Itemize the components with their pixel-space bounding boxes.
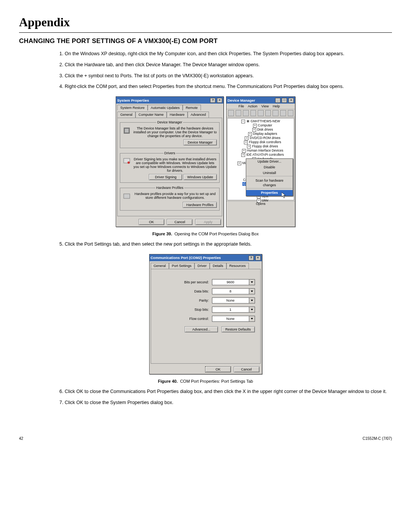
cancel-button[interactable]: Cancel: [167, 219, 193, 225]
com-port-properties-window: Communications Port (COM2) Properties ? …: [149, 254, 262, 374]
tree-node[interactable]: IDE ATA/ATAPI controllers: [246, 153, 284, 157]
drivers-group: Drivers Driver Signing lets you make sur…: [120, 151, 220, 183]
tab-general[interactable]: General: [151, 263, 169, 269]
step-7: Click OK to close the System Properties …: [65, 399, 392, 406]
tab-system-restore[interactable]: System Restore: [117, 105, 148, 110]
tab-resources[interactable]: Resources: [226, 263, 249, 269]
minimize-icon[interactable]: _: [275, 98, 280, 103]
flow-label: Flow control:: [156, 317, 212, 321]
cancel-button[interactable]: Cancel: [234, 366, 260, 372]
view-icon[interactable]: [243, 110, 249, 116]
certificate-icon: [123, 157, 131, 166]
close-icon[interactable]: ×: [255, 256, 261, 260]
close-icon[interactable]: ×: [217, 98, 222, 103]
tab-hardware[interactable]: Hardware: [167, 112, 188, 118]
hardware-profiles-button[interactable]: Hardware Profiles: [183, 202, 217, 208]
ok-button[interactable]: OK: [139, 219, 164, 225]
chip-icon: [123, 126, 131, 135]
menu-action[interactable]: Action: [248, 104, 257, 108]
chevron-down-icon[interactable]: [249, 279, 255, 285]
tree-node[interactable]: Human Interface Devices: [247, 149, 283, 152]
step-5: Click the Port Settings tab, and then se…: [57, 241, 392, 248]
tree-node[interactable]: Floppy disk controllers: [249, 140, 281, 144]
devmgr-menubar: File Action View Help: [226, 104, 295, 109]
parity-label: Parity:: [156, 299, 212, 302]
hardware-profiles-legend: Hardware Profiles: [155, 186, 184, 190]
tab-advanced[interactable]: Advanced: [188, 112, 209, 118]
figure-1-caption: Figure 39. Opening the COM Port Properti…: [19, 232, 392, 236]
close-icon[interactable]: ×: [288, 98, 294, 103]
chevron-down-icon[interactable]: [249, 288, 255, 294]
ok-button[interactable]: OK: [205, 366, 231, 372]
device-manager-button[interactable]: Device Manager: [183, 139, 217, 145]
back-icon[interactable]: [228, 110, 234, 116]
ctx-disable[interactable]: Disable: [246, 165, 293, 170]
svg-rect-4: [124, 194, 130, 198]
help-icon[interactable]: ?: [249, 256, 254, 260]
tab-port-settings[interactable]: Port Settings: [169, 263, 195, 269]
maximize-icon[interactable]: □: [282, 98, 287, 103]
tab-general[interactable]: General: [117, 112, 135, 118]
hardware-profiles-group: Hardware Profiles Hardware profiles prov…: [120, 186, 220, 211]
tree-node[interactable]: Display adapters: [253, 132, 277, 136]
svg-marker-5: [282, 192, 285, 198]
device-manager-window: Device Manager _ □ × File Action View He…: [226, 96, 295, 227]
chevron-down-icon[interactable]: [249, 297, 255, 304]
remove-icon[interactable]: [288, 110, 294, 116]
parity-combo[interactable]: None: [212, 297, 255, 304]
tree-node[interactable]: Univ: [262, 198, 268, 202]
sysprop-title: System Properties: [117, 98, 149, 102]
ctx-uninstall[interactable]: Uninstall: [246, 170, 293, 176]
tree-root[interactable]: GMATTHEWS-NEW: [251, 119, 280, 123]
print-icon[interactable]: [258, 110, 264, 116]
stopbits-label: Stop bits:: [156, 308, 212, 312]
properties-icon[interactable]: [250, 110, 256, 116]
windows-update-button[interactable]: Windows Update: [183, 174, 217, 180]
help-icon[interactable]: ?: [210, 98, 215, 103]
driver-signing-button[interactable]: Driver Signing: [149, 174, 182, 180]
apply-button[interactable]: Apply: [195, 219, 221, 225]
devmgr-toolbar: [226, 109, 295, 117]
tree-node[interactable]: Floppy disk drives: [252, 144, 278, 148]
tab-remote[interactable]: Remote: [183, 105, 201, 110]
databits-combo[interactable]: 8: [212, 288, 255, 294]
tab-driver[interactable]: Driver: [194, 263, 210, 269]
stopbits-combo[interactable]: 1: [212, 307, 255, 313]
doc-number: C1552M-C (7/07): [363, 436, 392, 441]
tree-node[interactable]: DVD/CD-ROM drives: [250, 136, 280, 140]
menu-file[interactable]: File: [239, 104, 244, 108]
flow-combo[interactable]: None: [212, 316, 255, 322]
tree-node[interactable]: Computer: [258, 123, 272, 127]
bps-label: Bits per second:: [156, 280, 212, 284]
chevron-down-icon[interactable]: [249, 316, 255, 322]
menu-view[interactable]: View: [261, 104, 269, 108]
profile-icon: [123, 192, 131, 200]
tab-details[interactable]: Details: [210, 263, 226, 269]
step-4: Right-click the COM port, and then selec…: [65, 83, 392, 90]
figure-1: System Properties ? × System Restore Aut…: [116, 96, 295, 227]
scan-icon[interactable]: [272, 110, 279, 116]
restore-defaults-button[interactable]: Restore Defaults: [221, 326, 255, 332]
ctx-scan[interactable]: Scan for hardware changes: [246, 178, 293, 188]
comprop-title: Communications Port (COM2) Properties: [151, 256, 221, 260]
tree-node[interactable]: Disk drives: [257, 128, 273, 131]
bps-combo[interactable]: 9600: [212, 279, 255, 285]
advanced-button[interactable]: Advanced...: [185, 326, 218, 332]
appendix-heading: Appendix: [19, 15, 392, 29]
tab-automatic-updates[interactable]: Automatic Updates: [148, 105, 183, 110]
step-1: On the Windows XP desktop, right-click t…: [65, 50, 392, 58]
disable-icon[interactable]: [280, 110, 286, 116]
menu-help[interactable]: Help: [273, 104, 280, 108]
hardware-profiles-text: Hardware profiles provide a way for you …: [133, 192, 217, 200]
steps-1-4: On the Windows XP desktop, right-click t…: [57, 50, 392, 90]
device-tree[interactable]: −🖥 GMATTHEWS-NEW +Computer +Disk drives …: [227, 118, 294, 200]
tab-computer-name[interactable]: Computer Name: [135, 112, 167, 118]
devmgr-title: Device Manager: [228, 98, 255, 102]
forward-icon[interactable]: [236, 110, 242, 116]
ctx-update-driver[interactable]: Update Driver...: [246, 159, 293, 165]
figure-2-caption: Figure 40. COM Port Properties: Port Set…: [19, 379, 392, 383]
refresh-icon[interactable]: [265, 110, 271, 116]
chevron-down-icon[interactable]: [249, 307, 255, 313]
device-manager-legend: Device Manager: [156, 120, 183, 124]
svg-rect-1: [125, 129, 129, 133]
